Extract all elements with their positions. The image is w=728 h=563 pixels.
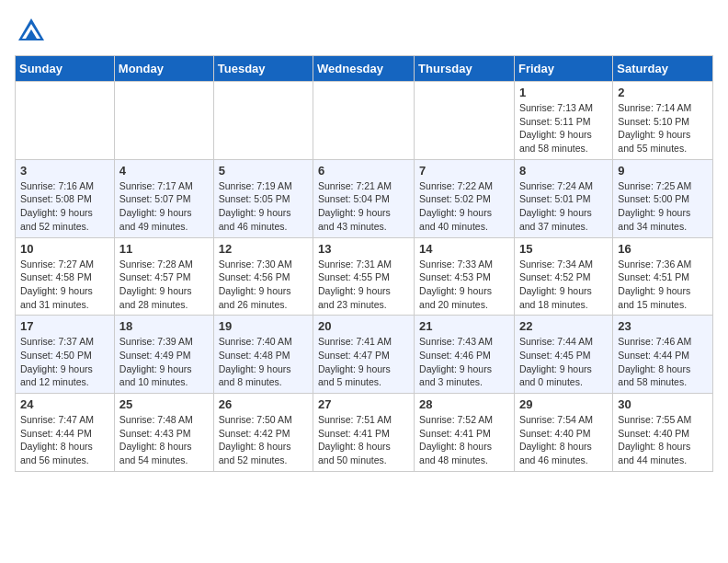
day-number: 19 bbox=[219, 319, 308, 333]
day-info: Sunrise: 7:46 AM Sunset: 4:44 PM Dayligh… bbox=[618, 335, 708, 389]
day-info: Sunrise: 7:34 AM Sunset: 4:52 PM Dayligh… bbox=[519, 258, 608, 312]
calendar-cell: 7Sunrise: 7:22 AM Sunset: 5:02 PM Daylig… bbox=[415, 159, 515, 237]
weekday-header-thursday: Thursday bbox=[415, 56, 515, 82]
day-info: Sunrise: 7:14 AM Sunset: 5:10 PM Dayligh… bbox=[618, 101, 708, 155]
day-number: 10 bbox=[20, 242, 109, 256]
day-info: Sunrise: 7:51 AM Sunset: 4:41 PM Dayligh… bbox=[318, 413, 409, 467]
calendar-cell: 18Sunrise: 7:39 AM Sunset: 4:49 PM Dayli… bbox=[114, 316, 213, 394]
calendar-cell: 23Sunrise: 7:46 AM Sunset: 4:44 PM Dayli… bbox=[613, 316, 713, 394]
day-info: Sunrise: 7:37 AM Sunset: 4:50 PM Dayligh… bbox=[20, 335, 109, 389]
day-info: Sunrise: 7:55 AM Sunset: 4:40 PM Dayligh… bbox=[618, 413, 708, 467]
day-info: Sunrise: 7:25 AM Sunset: 5:00 PM Dayligh… bbox=[618, 179, 708, 234]
day-number: 21 bbox=[419, 319, 509, 333]
day-info: Sunrise: 7:30 AM Sunset: 4:56 PM Dayligh… bbox=[219, 258, 308, 312]
weekday-header-wednesday: Wednesday bbox=[313, 56, 415, 82]
day-number: 15 bbox=[519, 242, 608, 256]
day-info: Sunrise: 7:16 AM Sunset: 5:08 PM Dayligh… bbox=[20, 179, 109, 234]
day-number: 24 bbox=[20, 397, 109, 411]
calendar-cell bbox=[313, 82, 415, 160]
day-number: 2 bbox=[618, 86, 708, 99]
calendar-cell bbox=[213, 82, 313, 160]
calendar-cell: 13Sunrise: 7:31 AM Sunset: 4:55 PM Dayli… bbox=[313, 237, 415, 316]
calendar-cell: 5Sunrise: 7:19 AM Sunset: 5:05 PM Daylig… bbox=[213, 159, 313, 237]
calendar-cell: 8Sunrise: 7:24 AM Sunset: 5:01 PM Daylig… bbox=[514, 159, 612, 237]
day-info: Sunrise: 7:39 AM Sunset: 4:49 PM Dayligh… bbox=[119, 335, 209, 389]
day-number: 5 bbox=[219, 164, 308, 178]
day-info: Sunrise: 7:19 AM Sunset: 5:05 PM Dayligh… bbox=[219, 179, 308, 234]
day-number: 8 bbox=[519, 164, 608, 178]
calendar-cell: 9Sunrise: 7:25 AM Sunset: 5:00 PM Daylig… bbox=[613, 159, 713, 237]
weekday-header-monday: Monday bbox=[114, 56, 213, 82]
calendar-cell: 21Sunrise: 7:43 AM Sunset: 4:46 PM Dayli… bbox=[415, 316, 515, 394]
calendar-cell: 19Sunrise: 7:40 AM Sunset: 4:48 PM Dayli… bbox=[213, 316, 313, 394]
day-info: Sunrise: 7:41 AM Sunset: 4:47 PM Dayligh… bbox=[318, 335, 409, 389]
day-info: Sunrise: 7:17 AM Sunset: 5:07 PM Dayligh… bbox=[119, 179, 209, 234]
day-number: 30 bbox=[618, 397, 708, 411]
day-number: 22 bbox=[519, 319, 608, 333]
day-number: 3 bbox=[20, 164, 109, 178]
day-info: Sunrise: 7:48 AM Sunset: 4:43 PM Dayligh… bbox=[119, 413, 209, 467]
day-number: 11 bbox=[119, 242, 209, 256]
header bbox=[15, 15, 713, 48]
calendar-cell: 14Sunrise: 7:33 AM Sunset: 4:53 PM Dayli… bbox=[415, 237, 515, 316]
calendar-cell: 27Sunrise: 7:51 AM Sunset: 4:41 PM Dayli… bbox=[313, 394, 415, 472]
day-number: 1 bbox=[519, 86, 608, 99]
calendar-cell: 11Sunrise: 7:28 AM Sunset: 4:57 PM Dayli… bbox=[114, 237, 213, 316]
day-info: Sunrise: 7:24 AM Sunset: 5:01 PM Dayligh… bbox=[519, 179, 608, 234]
calendar-cell: 30Sunrise: 7:55 AM Sunset: 4:40 PM Dayli… bbox=[613, 394, 713, 472]
calendar-cell bbox=[415, 82, 515, 160]
calendar-cell bbox=[16, 82, 115, 160]
calendar-cell: 3Sunrise: 7:16 AM Sunset: 5:08 PM Daylig… bbox=[16, 159, 115, 237]
day-number: 16 bbox=[618, 242, 708, 256]
day-number: 9 bbox=[618, 164, 708, 178]
weekday-header-friday: Friday bbox=[514, 56, 612, 82]
day-info: Sunrise: 7:47 AM Sunset: 4:44 PM Dayligh… bbox=[20, 413, 109, 467]
day-number: 29 bbox=[519, 397, 608, 411]
calendar-cell: 12Sunrise: 7:30 AM Sunset: 4:56 PM Dayli… bbox=[213, 237, 313, 316]
day-info: Sunrise: 7:27 AM Sunset: 4:58 PM Dayligh… bbox=[20, 258, 109, 312]
calendar-cell bbox=[114, 82, 213, 160]
calendar-cell: 28Sunrise: 7:52 AM Sunset: 4:41 PM Dayli… bbox=[415, 394, 515, 472]
day-number: 17 bbox=[20, 319, 109, 333]
day-info: Sunrise: 7:54 AM Sunset: 4:40 PM Dayligh… bbox=[519, 413, 608, 467]
day-number: 20 bbox=[318, 319, 409, 333]
calendar-cell: 16Sunrise: 7:36 AM Sunset: 4:51 PM Dayli… bbox=[613, 237, 713, 316]
weekday-header-sunday: Sunday bbox=[16, 56, 115, 82]
day-number: 23 bbox=[618, 319, 708, 333]
day-number: 12 bbox=[219, 242, 308, 256]
calendar-cell: 29Sunrise: 7:54 AM Sunset: 4:40 PM Dayli… bbox=[514, 394, 612, 472]
day-number: 27 bbox=[318, 397, 409, 411]
day-number: 7 bbox=[419, 164, 509, 178]
day-number: 25 bbox=[119, 397, 209, 411]
day-info: Sunrise: 7:43 AM Sunset: 4:46 PM Dayligh… bbox=[419, 335, 509, 389]
day-number: 18 bbox=[119, 319, 209, 333]
day-info: Sunrise: 7:36 AM Sunset: 4:51 PM Dayligh… bbox=[618, 258, 708, 312]
day-number: 26 bbox=[219, 397, 308, 411]
day-info: Sunrise: 7:33 AM Sunset: 4:53 PM Dayligh… bbox=[419, 258, 509, 312]
calendar-cell: 17Sunrise: 7:37 AM Sunset: 4:50 PM Dayli… bbox=[16, 316, 115, 394]
weekday-header-tuesday: Tuesday bbox=[213, 56, 313, 82]
day-number: 13 bbox=[318, 242, 409, 256]
calendar-cell: 24Sunrise: 7:47 AM Sunset: 4:44 PM Dayli… bbox=[16, 394, 115, 472]
day-info: Sunrise: 7:40 AM Sunset: 4:48 PM Dayligh… bbox=[219, 335, 308, 389]
day-info: Sunrise: 7:22 AM Sunset: 5:02 PM Dayligh… bbox=[419, 179, 509, 234]
calendar-cell: 4Sunrise: 7:17 AM Sunset: 5:07 PM Daylig… bbox=[114, 159, 213, 237]
day-info: Sunrise: 7:44 AM Sunset: 4:45 PM Dayligh… bbox=[519, 335, 608, 389]
calendar-cell: 25Sunrise: 7:48 AM Sunset: 4:43 PM Dayli… bbox=[114, 394, 213, 472]
calendar-cell: 10Sunrise: 7:27 AM Sunset: 4:58 PM Dayli… bbox=[16, 237, 115, 316]
weekday-header-saturday: Saturday bbox=[613, 56, 713, 82]
day-info: Sunrise: 7:52 AM Sunset: 4:41 PM Dayligh… bbox=[419, 413, 509, 467]
day-number: 28 bbox=[419, 397, 509, 411]
calendar-cell: 1Sunrise: 7:13 AM Sunset: 5:11 PM Daylig… bbox=[514, 82, 612, 160]
day-info: Sunrise: 7:28 AM Sunset: 4:57 PM Dayligh… bbox=[119, 258, 209, 312]
calendar-cell: 26Sunrise: 7:50 AM Sunset: 4:42 PM Dayli… bbox=[213, 394, 313, 472]
calendar-table: SundayMondayTuesdayWednesdayThursdayFrid… bbox=[15, 55, 713, 472]
calendar-cell: 6Sunrise: 7:21 AM Sunset: 5:04 PM Daylig… bbox=[313, 159, 415, 237]
day-info: Sunrise: 7:13 AM Sunset: 5:11 PM Dayligh… bbox=[519, 101, 608, 155]
logo-icon bbox=[15, 15, 48, 48]
day-number: 6 bbox=[318, 164, 409, 178]
day-info: Sunrise: 7:21 AM Sunset: 5:04 PM Dayligh… bbox=[318, 179, 409, 234]
day-info: Sunrise: 7:31 AM Sunset: 4:55 PM Dayligh… bbox=[318, 258, 409, 312]
logo bbox=[15, 15, 51, 48]
calendar-cell: 20Sunrise: 7:41 AM Sunset: 4:47 PM Dayli… bbox=[313, 316, 415, 394]
